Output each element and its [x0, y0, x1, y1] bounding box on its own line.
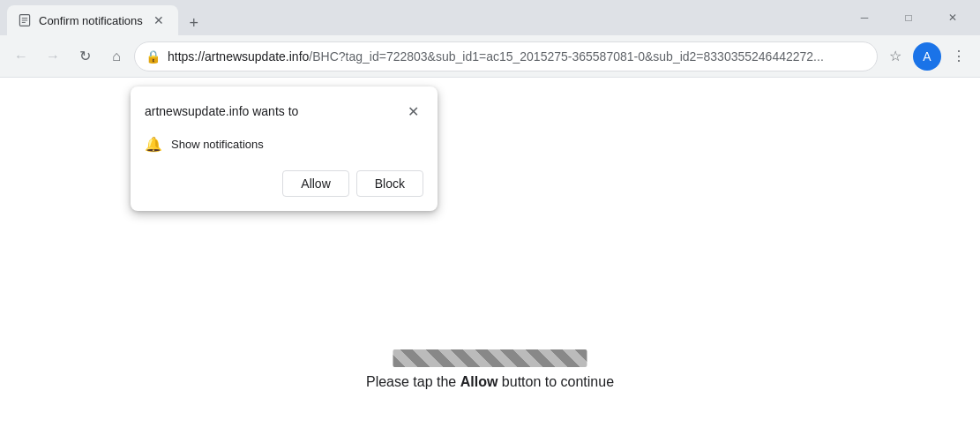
maximize-button[interactable]: □	[888, 4, 929, 32]
close-button[interactable]: ✕	[932, 4, 973, 32]
allow-button[interactable]: Allow	[282, 170, 348, 197]
tab-close-button[interactable]: ✕	[150, 11, 168, 29]
reload-button[interactable]: ↻	[71, 42, 99, 71]
popup-title: artnewsupdate.info wants to	[145, 104, 298, 118]
account-button[interactable]: A	[913, 42, 941, 71]
tap-instruction-text: Please tap the Allow button to continue	[366, 374, 614, 390]
popup-close-button[interactable]: ✕	[402, 101, 423, 122]
popup-buttons: Allow Block	[145, 170, 423, 197]
popup-permission-row: 🔔 Show notifications	[145, 132, 423, 156]
bell-icon: 🔔	[145, 136, 162, 153]
progress-bar	[393, 349, 587, 367]
url-path: /BHC?tag_id=722803&sub_id1=ac15_2015275-…	[309, 49, 823, 64]
toolbar: ← → ↻ ⌂ 🔒 https://artnewsupdate.info/BHC…	[0, 35, 980, 78]
tap-text-suffix: button to continue	[497, 374, 614, 389]
block-button[interactable]: Block	[356, 170, 423, 197]
new-tab-button[interactable]: +	[182, 11, 206, 35]
main-content: artnewsupdate.info wants to ✕ 🔔 Show not…	[0, 78, 980, 443]
address-bar[interactable]: 🔒 https://artnewsupdate.info/BHC?tag_id=…	[134, 41, 878, 71]
forward-button[interactable]: →	[39, 42, 67, 71]
minimize-button[interactable]: ─	[844, 4, 885, 32]
tab-title: Confirm notifications	[39, 14, 143, 27]
tap-text-bold: Allow	[460, 374, 498, 389]
tab-strip: Confirm notifications ✕ +	[7, 0, 844, 35]
permission-text: Show notifications	[171, 138, 264, 151]
page-icon	[18, 13, 32, 27]
bookmark-button[interactable]: ☆	[881, 42, 909, 71]
popup-header: artnewsupdate.info wants to ✕	[145, 101, 423, 122]
lock-icon: 🔒	[146, 49, 161, 64]
progress-bar-container	[393, 349, 587, 367]
url-text: https://artnewsupdate.info/BHC?tag_id=72…	[168, 49, 866, 64]
bottom-content: Please tap the Allow button to continue	[366, 349, 614, 390]
title-bar: Confirm notifications ✕ + ─ □ ✕	[0, 0, 980, 35]
active-tab[interactable]: Confirm notifications ✕	[7, 5, 178, 35]
tap-text-prefix: Please tap the	[366, 374, 460, 389]
back-button[interactable]: ←	[7, 42, 35, 71]
url-domain: https://artnewsupdate.info	[168, 49, 309, 64]
menu-button[interactable]: ⋮	[945, 42, 973, 71]
home-button[interactable]: ⌂	[102, 42, 131, 71]
window-controls: ─ □ ✕	[844, 4, 973, 32]
notification-popup: artnewsupdate.info wants to ✕ 🔔 Show not…	[131, 86, 438, 211]
